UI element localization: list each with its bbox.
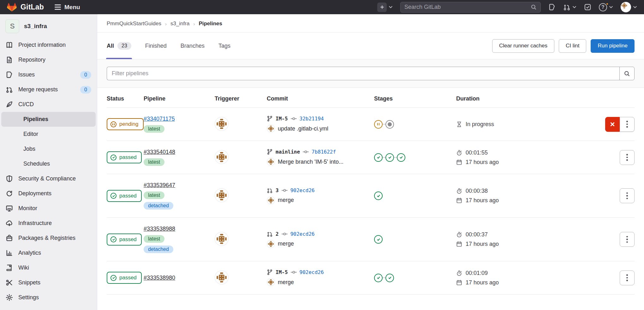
run-pipeline-button[interactable]: Run pipeline xyxy=(591,39,635,53)
new-menu-button[interactable] xyxy=(377,3,393,12)
ref-link[interactable]: IM-5 xyxy=(276,116,288,122)
duration-value: 00:01:55 xyxy=(466,149,488,156)
tab-finished[interactable]: Finished xyxy=(145,33,167,59)
ref-link[interactable]: mainline xyxy=(276,149,300,155)
sidebar-item-repository[interactable]: Repository xyxy=(0,52,97,67)
pipeline-id-link[interactable]: #333538988 xyxy=(144,226,175,232)
triggerer-avatar[interactable] xyxy=(215,150,229,164)
pipeline-status-badge[interactable]: passed xyxy=(107,190,142,202)
todos-nav-button[interactable] xyxy=(584,3,591,11)
triggerer-avatar[interactable] xyxy=(215,270,229,284)
commit-message-link[interactable]: merge xyxy=(278,240,294,247)
pipeline-actions-kebab-button[interactable] xyxy=(620,232,635,247)
plus-icon xyxy=(377,3,387,12)
duration-value: 00:01:09 xyxy=(466,270,488,277)
document-icon xyxy=(6,56,13,64)
stage-created-icon[interactable] xyxy=(385,120,394,129)
gitlab-home-link[interactable]: GitLab xyxy=(7,3,44,12)
stage-passed-icon[interactable] xyxy=(385,274,394,282)
pipeline-actions-kebab-button[interactable] xyxy=(620,117,635,132)
status-pause-icon xyxy=(110,121,116,127)
pipeline-id-link[interactable]: #333540148 xyxy=(144,149,175,155)
chevron-down-icon xyxy=(389,5,393,9)
pipeline-id-link[interactable]: #333538980 xyxy=(144,275,175,281)
commit-sha-link[interactable]: 902ecd26 xyxy=(290,231,315,237)
commit-message-link[interactable]: update .gitlab-ci.yml xyxy=(278,125,328,132)
ref-link[interactable]: 2 xyxy=(276,231,279,237)
pipeline-actions-kebab-button[interactable] xyxy=(620,188,635,203)
sidebar-project-link[interactable]: S s3_infra xyxy=(0,14,97,38)
sidebar-item-issues[interactable]: Issues0 xyxy=(0,67,97,82)
issues-nav-button[interactable] xyxy=(548,3,556,11)
commit-sha-link[interactable]: 902ecd26 xyxy=(300,269,324,275)
stage-passed-icon[interactable] xyxy=(374,153,383,162)
filter-pipelines-input[interactable] xyxy=(107,67,619,80)
sidebar-item-editor[interactable]: Editor xyxy=(0,127,97,142)
sidebar-item-infrastructure[interactable]: Infrastructure xyxy=(0,216,97,231)
pipeline-actions-kebab-button[interactable] xyxy=(620,150,635,165)
sidebar-item-jobs[interactable]: Jobs xyxy=(0,142,97,156)
breadcrumb-separator: › xyxy=(193,21,195,27)
sidebar-item-wiki[interactable]: Wiki xyxy=(0,260,97,275)
cancel-pipeline-button[interactable]: × xyxy=(605,117,620,132)
sidebar-item-monitor[interactable]: Monitor xyxy=(0,201,97,216)
commit-sha-link[interactable]: 32b21194 xyxy=(300,116,324,122)
sidebar-item-schedules[interactable]: Schedules xyxy=(0,156,97,171)
pipeline-id-link[interactable]: #334071175 xyxy=(144,116,175,122)
filter-search-button[interactable] xyxy=(619,67,635,80)
commit-sha-link[interactable]: 7b81622f xyxy=(312,149,336,155)
sidebar-item-pipelines[interactable]: Pipelines xyxy=(1,112,96,127)
menu-button[interactable]: Menu xyxy=(55,4,80,11)
stage-passed-icon[interactable] xyxy=(385,153,394,162)
triggerer-avatar[interactable] xyxy=(215,232,229,246)
sidebar-item-snippets[interactable]: Snippets xyxy=(0,275,97,290)
stage-passed-icon[interactable] xyxy=(374,235,383,244)
sidebar-item-ci-cd[interactable]: CI/CD xyxy=(0,97,97,112)
tab-tags[interactable]: Tags xyxy=(218,33,230,59)
pipeline-status-badge[interactable]: pending xyxy=(107,118,144,130)
commit-sha-link[interactable]: 902ecd26 xyxy=(290,187,315,193)
tab-all[interactable]: All 23 xyxy=(107,33,131,59)
stage-passed-icon[interactable] xyxy=(397,153,405,162)
ref-link[interactable]: 3 xyxy=(276,187,279,193)
pipeline-actions-kebab-button[interactable] xyxy=(620,270,635,285)
commit-message-link[interactable]: merge xyxy=(278,197,294,204)
stage-pending-icon[interactable] xyxy=(374,120,383,129)
merge-requests-nav-button[interactable] xyxy=(563,3,576,11)
column-header-status: Status xyxy=(107,95,144,102)
pipeline-status-badge[interactable]: passed xyxy=(107,234,142,246)
global-search-input[interactable] xyxy=(404,4,531,10)
sidebar-item-deployments[interactable]: Deployments xyxy=(0,186,97,201)
help-nav-button[interactable]: ? xyxy=(599,3,613,11)
breadcrumb-project-link[interactable]: s3_infra xyxy=(170,21,189,27)
gear-icon xyxy=(6,294,13,301)
sidebar-item-merge-requests[interactable]: Merge requests0 xyxy=(0,82,97,97)
sidebar-item-project-information[interactable]: Project information xyxy=(0,38,97,52)
sidebar-item-packages-registries[interactable]: Packages & Registries xyxy=(0,231,97,246)
stage-passed-icon[interactable] xyxy=(374,191,383,200)
count-badge: 0 xyxy=(80,86,91,94)
sidebar-item-settings[interactable]: Settings xyxy=(0,290,97,305)
duration-cell: 00:01:09 17 hours ago xyxy=(456,270,599,286)
triggerer-avatar[interactable] xyxy=(215,117,229,131)
triggerer-avatar[interactable] xyxy=(215,188,229,202)
pipeline-status-badge[interactable]: passed xyxy=(107,151,142,163)
project-name: s3_infra xyxy=(24,23,47,30)
sidebar-item-analytics[interactable]: Analytics xyxy=(0,246,97,260)
clear-runner-caches-button[interactable]: Clear runner caches xyxy=(492,39,554,53)
ci-lint-button[interactable]: CI lint xyxy=(559,39,586,53)
pipeline-id-link[interactable]: #333539647 xyxy=(144,182,175,189)
commit-message-link[interactable]: merge xyxy=(278,279,294,286)
user-menu-button[interactable] xyxy=(621,2,637,12)
ref-link[interactable]: IM-5 xyxy=(276,269,288,275)
time-ago: 17 hours ago xyxy=(466,159,499,166)
commit-message-link[interactable]: Merge branch 'IM-5' into... xyxy=(278,159,343,165)
breadcrumb-group-link[interactable]: PmmQuickStartGuides xyxy=(107,21,161,27)
pipeline-status-badge[interactable]: passed xyxy=(107,272,142,284)
column-header-stages: Stages xyxy=(374,95,456,102)
duration-value: 00:00:38 xyxy=(466,188,488,194)
tab-branches[interactable]: Branches xyxy=(181,33,205,59)
stage-passed-icon[interactable] xyxy=(374,274,383,282)
sidebar-item-label: Monitor xyxy=(18,205,37,212)
sidebar-item-security-compliance[interactable]: Security & Compliance xyxy=(0,171,97,186)
